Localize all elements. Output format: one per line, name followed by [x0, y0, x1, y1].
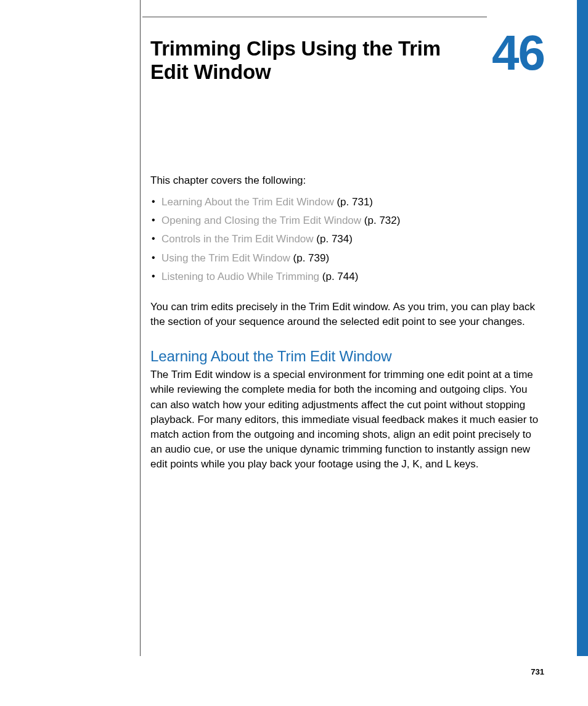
toc-link[interactable]: Opening and Closing the Trim Edit Window: [161, 215, 361, 226]
toc-item: Opening and Closing the Trim Edit Window…: [150, 211, 542, 230]
toc-page-ref: (p. 731): [334, 196, 373, 208]
toc-list: Learning About the Trim Edit Window (p. …: [150, 193, 542, 286]
lead-paragraph: You can trim edits precisely in the Trim…: [150, 300, 542, 329]
content-area: This chapter covers the following: Learn…: [150, 173, 542, 472]
toc-item: Controls in the Trim Edit Window (p. 734…: [150, 230, 542, 248]
toc-item: Learning About the Trim Edit Window (p. …: [150, 193, 542, 211]
intro-line: This chapter covers the following:: [150, 173, 542, 188]
toc-item: Using the Trim Edit Window (p. 739): [150, 249, 542, 268]
toc-page-ref: (p. 744): [319, 271, 358, 282]
toc-link[interactable]: Controls in the Trim Edit Window: [161, 233, 314, 245]
page-number: 731: [531, 667, 544, 676]
side-blue-bar: [577, 0, 588, 656]
toc-page-ref: (p. 732): [361, 215, 400, 226]
toc-link[interactable]: Learning About the Trim Edit Window: [161, 196, 334, 208]
vertical-rule: [140, 0, 141, 656]
chapter-number: 46: [492, 28, 544, 78]
top-rule: [142, 17, 487, 17]
section-body: The Trim Edit window is a special enviro…: [150, 367, 542, 472]
chapter-title: Trimming Clips Using the Trim Edit Windo…: [150, 37, 483, 83]
toc-link[interactable]: Listening to Audio While Trimming: [161, 271, 319, 282]
toc-item: Listening to Audio While Trimming (p. 74…: [150, 268, 542, 286]
section-heading: Learning About the Trim Edit Window: [150, 348, 542, 365]
toc-page-ref: (p. 734): [314, 233, 353, 245]
toc-page-ref: (p. 739): [290, 252, 329, 264]
page: 46 Trimming Clips Using the Trim Edit Wi…: [0, 0, 588, 706]
toc-link[interactable]: Using the Trim Edit Window: [161, 252, 290, 264]
